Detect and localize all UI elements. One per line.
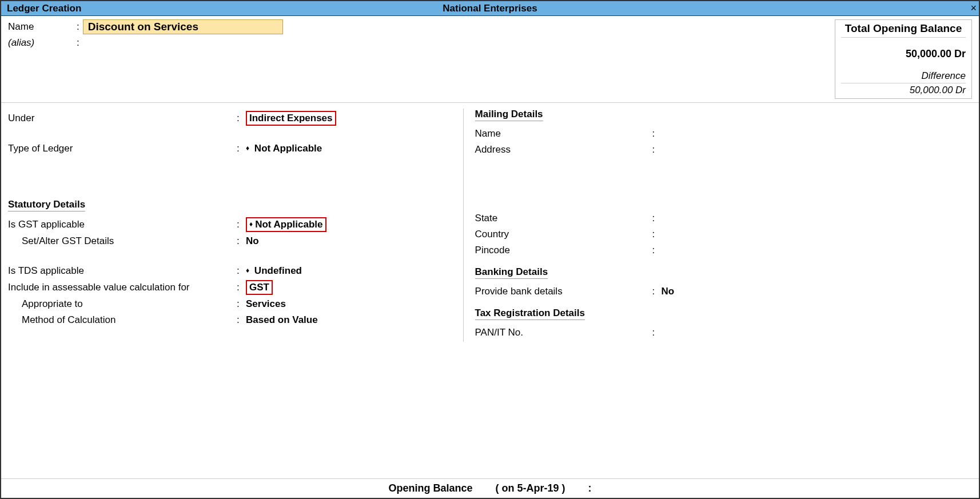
pan-it-no-label: PAN/IT No. — [475, 327, 652, 338]
provide-bank-details-label: Provide bank details — [475, 286, 652, 297]
under-value: Indirect Expenses — [246, 111, 336, 126]
country-label: Country — [475, 229, 652, 240]
provide-bank-details-field[interactable]: No — [662, 286, 972, 297]
opening-balance-label: Opening Balance — [388, 482, 472, 494]
pincode-label: Pincode — [475, 245, 652, 256]
opening-balance-panel: Total Opening Balance 50,000.00 Dr Diffe… — [835, 19, 972, 99]
name-label: Name — [8, 21, 77, 33]
gst-applicable-field[interactable]: Not Applicable — [246, 217, 452, 232]
set-alter-gst-field[interactable]: No — [246, 235, 452, 247]
tds-applicable-value: Undefined — [254, 265, 302, 276]
gst-applicable-label: Is GST applicable — [8, 219, 237, 230]
method-calc-label: Method of Calculation — [8, 314, 237, 326]
mailing-details-header: Mailing Details — [475, 109, 543, 121]
difference-amount: 50,000.00 Dr — [841, 85, 966, 96]
screen-title: Ledger Creation — [1, 3, 81, 14]
state-label: State — [475, 213, 652, 224]
ledger-name-value: Discount on Services — [88, 21, 198, 33]
appropriate-to-label: Appropriate to — [8, 298, 237, 310]
include-assessable-value: GST — [246, 280, 273, 295]
set-alter-gst-label: Set/Alter GST Details — [8, 235, 237, 247]
gst-applicable-value: Not Applicable — [246, 217, 326, 232]
provide-bank-details-value: No — [662, 286, 675, 297]
set-alter-gst-value: No — [246, 235, 259, 246]
total-opening-balance-amount: 50,000.00 Dr — [841, 48, 966, 60]
title-bar: Ledger Creation National Enterprises × — [1, 1, 979, 16]
opening-balance-date: ( on 5-Apr-19 ) — [496, 482, 565, 494]
ledger-name-input[interactable]: Discount on Services — [83, 19, 283, 34]
opening-balance-sep: : — [588, 482, 592, 494]
tds-applicable-label: Is TDS applicable — [8, 265, 237, 277]
opening-balance-bar: Opening Balance ( on 5-Apr-19 ) : — [1, 478, 979, 498]
colon: : — [77, 37, 83, 49]
tax-registration-header: Tax Registration Details — [475, 308, 585, 320]
total-opening-balance-header: Total Opening Balance — [841, 22, 966, 38]
statutory-details-header: Statutory Details — [8, 199, 85, 211]
address-label: Address — [475, 144, 652, 155]
method-calc-value: Based on Value — [246, 314, 318, 325]
colon: : — [77, 21, 83, 33]
mailing-name-label: Name — [475, 128, 652, 139]
include-assessable-label: Include in assessable value calculation … — [8, 282, 237, 293]
appropriate-to-field[interactable]: Services — [246, 298, 452, 310]
under-field[interactable]: Indirect Expenses — [246, 111, 452, 126]
type-of-ledger-label: Type of Ledger — [8, 143, 237, 154]
type-of-ledger-value: Not Applicable — [254, 143, 322, 154]
difference-label: Difference — [841, 70, 966, 83]
under-label: Under — [8, 113, 237, 124]
type-of-ledger-field[interactable]: Not Applicable — [246, 143, 452, 154]
close-icon[interactable]: × — [970, 2, 977, 14]
alias-input[interactable] — [83, 37, 283, 49]
method-calc-field[interactable]: Based on Value — [246, 314, 452, 326]
include-assessable-field[interactable]: GST — [246, 280, 452, 295]
appropriate-to-value: Services — [246, 298, 286, 309]
tds-applicable-field[interactable]: Undefined — [246, 265, 452, 277]
alias-label: (alias) — [8, 37, 77, 49]
banking-details-header: Banking Details — [475, 266, 548, 279]
company-name: National Enterprises — [1, 3, 979, 14]
